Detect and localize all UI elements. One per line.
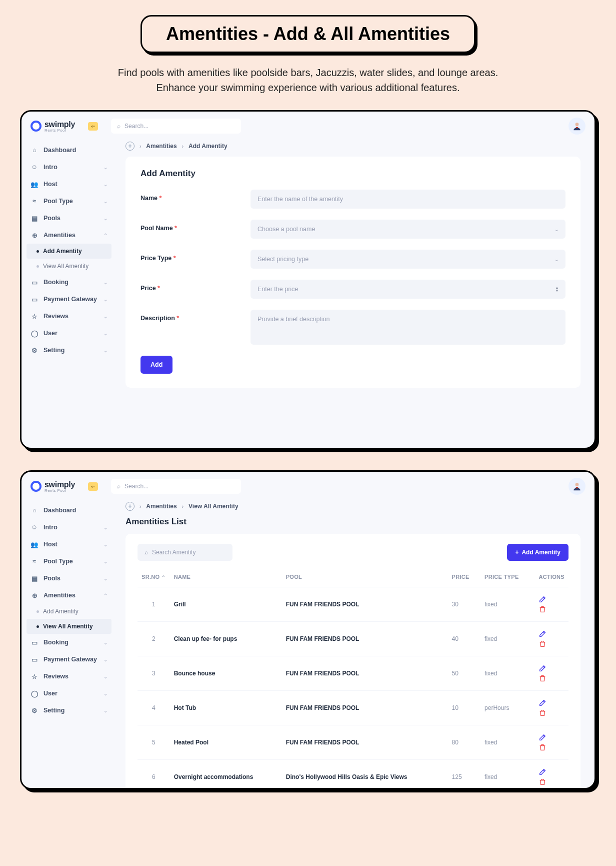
sidebar-item-host[interactable]: 👥Host⌄ [26, 536, 112, 553]
sidebar-item-payment[interactable]: ▭ Payment Gateway ⌄ [26, 291, 112, 308]
sidebar-item-dashboard[interactable]: ⌂Dashboard [26, 502, 112, 519]
sidebar-item-reviews[interactable]: ☆Reviews⌄ [26, 668, 112, 685]
cell-srno: 4 [138, 691, 170, 725]
delete-icon[interactable] [538, 743, 546, 751]
chevron-down-icon: ⌄ [104, 559, 108, 564]
sidebar-item-setting[interactable]: ⚙ Setting ⌄ [26, 342, 112, 359]
brand[interactable]: swimply Rents Pool [30, 120, 75, 133]
search-amentity-input[interactable]: ⌕ Search Amentity [138, 544, 232, 561]
plus-circle-icon: ⊕ [30, 591, 38, 599]
avatar-icon [572, 481, 582, 491]
sidebar-item-booking[interactable]: ▭Booking⌄ [26, 634, 112, 651]
sidebar-item-payment[interactable]: ▭Payment Gateway⌄ [26, 651, 112, 668]
col-ptype[interactable]: PRICE TYPE [480, 569, 534, 587]
panel-add-amentity: swimply Rents Pool ⇐ ⌕ Search... ⌂ Dashb… [20, 110, 596, 449]
delete-icon[interactable] [538, 674, 546, 682]
card-icon: ▭ [30, 655, 38, 663]
label-price: Price * [140, 280, 250, 292]
sidebar-item-booking[interactable]: ▭ Booking ⌄ [26, 274, 112, 291]
label-pool: Pool Name * [140, 220, 250, 232]
chevron-up-icon: ⌃ [104, 233, 108, 238]
cell-ptype: fixed [480, 760, 534, 790]
sidebar-item-pools[interactable]: ▤Pools⌄ [26, 570, 112, 587]
edit-icon[interactable] [538, 733, 546, 741]
edit-icon[interactable] [538, 768, 546, 776]
gear-icon: ⚙ [30, 346, 38, 354]
submit-add-button[interactable]: Add [140, 356, 172, 374]
dot-icon [36, 625, 39, 628]
edit-icon[interactable] [538, 664, 546, 672]
cell-price: 50 [448, 656, 481, 691]
crumb-amentities[interactable]: Amentities [146, 503, 176, 510]
brand[interactable]: swimply Rents Pool [30, 480, 75, 493]
label-pricetype: Price Type * [140, 250, 250, 262]
chevron-down-icon: ⌄ [104, 542, 108, 547]
sidebar-item-intro[interactable]: ☺ Intro ⌄ [26, 159, 112, 176]
sidebar-item-host[interactable]: 👥 Host ⌄ [26, 176, 112, 193]
collapse-badge[interactable]: ⇐ [88, 122, 98, 131]
sidebar-item-pooltype[interactable]: ≈Pool Type⌄ [26, 553, 112, 570]
delete-icon[interactable] [538, 778, 546, 786]
sidebar-sub-view-amentity[interactable]: View All Amentity [26, 619, 112, 634]
sidebar-item-intro[interactable]: ☺Intro⌄ [26, 519, 112, 536]
input-price[interactable]: Enter the price ▲▼ [250, 280, 566, 299]
svg-point-0 [576, 123, 579, 126]
chevron-down-icon: ⌄ [104, 199, 108, 204]
search-placeholder: Search... [124, 483, 148, 490]
brand-mark-icon [30, 481, 42, 492]
sidebar-item-pools[interactable]: ▤ Pools ⌄ [26, 210, 112, 227]
brand-name: swimply [44, 120, 75, 129]
input-name[interactable]: Enter the name of the amentity [250, 190, 566, 209]
breadcrumb: + › Amentities › View All Amentity [126, 502, 580, 511]
col-price[interactable]: PRICE [448, 569, 481, 587]
number-stepper-icon[interactable]: ▲▼ [556, 286, 558, 292]
sidebar-item-amentities[interactable]: ⊕Amentities⌃ [26, 587, 112, 604]
amentities-table: SR.NO⌃ NAME POOL PRICE PRICE TYPE ACTION… [138, 569, 568, 789]
sidebar-item-pooltype[interactable]: ≈ Pool Type ⌄ [26, 193, 112, 210]
cell-price: 125 [448, 760, 481, 790]
sidebar-item-amentities[interactable]: ⊕ Amentities ⌃ [26, 227, 112, 244]
add-amentity-button[interactable]: + Add Amentity [507, 544, 568, 561]
col-srno[interactable]: SR.NO⌃ [138, 569, 170, 587]
collapse-badge[interactable]: ⇐ [88, 482, 98, 491]
sidebar-item-user[interactable]: ◯ User ⌄ [26, 325, 112, 342]
delete-icon[interactable] [538, 709, 546, 717]
table-row: 5Heated PoolFUN FAM FRIENDS POOL80fixed [138, 725, 568, 760]
edit-icon[interactable] [538, 630, 546, 638]
chevron-down-icon: ⌄ [104, 165, 108, 170]
search-input[interactable]: ⌕ Search... [111, 479, 241, 494]
search-input[interactable]: ⌕ Search... [111, 119, 241, 134]
avatar[interactable] [568, 478, 586, 495]
edit-icon[interactable] [538, 699, 546, 707]
select-pricetype[interactable]: Select pricing type ⌄ [250, 250, 566, 269]
star-icon: ☆ [30, 312, 38, 320]
table-row: 6Overnight accommodationsDino's Hollywoo… [138, 760, 568, 790]
sidebar-item-dashboard[interactable]: ⌂ Dashboard [26, 142, 112, 159]
chevron-down-icon: ⌄ [104, 576, 108, 581]
cell-name: Bounce house [170, 656, 282, 691]
group-icon: 👥 [30, 180, 38, 188]
sort-asc-icon: ⌃ [162, 575, 166, 580]
edit-icon[interactable] [538, 595, 546, 603]
textarea-desc[interactable]: Provide a brief description [250, 310, 566, 345]
dot-icon [36, 610, 39, 613]
crumb-view: View All Amentity [188, 503, 238, 510]
select-pool[interactable]: Choose a pool name ⌄ [250, 220, 566, 239]
chevron-down-icon: ⌄ [104, 348, 108, 353]
col-name[interactable]: NAME [170, 569, 282, 587]
sidebar-sub-view-amentity[interactable]: View All Amentity [26, 259, 112, 274]
avatar[interactable] [568, 118, 586, 135]
sidebar-sub-add-amentity[interactable]: Add Amentity [26, 604, 112, 619]
delete-icon[interactable] [538, 640, 546, 648]
col-pool[interactable]: POOL [282, 569, 448, 587]
delete-icon[interactable] [538, 605, 546, 613]
sidebar-item-user[interactable]: ◯User⌄ [26, 685, 112, 702]
cell-name: Hot Tub [170, 691, 282, 725]
sidebar-item-reviews[interactable]: ☆ Reviews ⌄ [26, 308, 112, 325]
sidebar-sub-add-amentity[interactable]: Add Amentity [26, 244, 112, 259]
cell-actions [534, 656, 568, 691]
crumb-amentities[interactable]: Amentities [146, 143, 176, 150]
sidebar-item-setting[interactable]: ⚙Setting⌄ [26, 702, 112, 719]
home-icon: ⌂ [30, 146, 38, 154]
chevron-down-icon: ⌄ [104, 657, 108, 662]
